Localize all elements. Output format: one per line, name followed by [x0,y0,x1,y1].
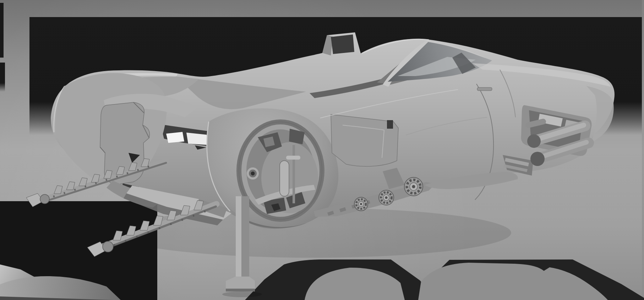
shape-layer [0,0,644,300]
cannon-upper-collar [40,194,49,204]
cannon-lower-collar [103,241,113,252]
turbine-rod [293,145,295,203]
support-fin-side [241,196,249,282]
wall-corner-strip [642,0,644,300]
headlight-slit-left [166,132,184,143]
support-fin-shadow [222,291,262,297]
wheel-3-core [360,203,362,205]
turbine-pin [286,156,300,160]
wheel-1-core [412,185,415,188]
body-slit-vent [387,120,393,129]
door-handle [477,87,492,91]
support-fin-front [236,196,241,281]
render-viewport: Grayscale 3D concept render of a futuris… [0,0,644,300]
backdrop-strip-top-left [0,3,4,58]
exhaust-elbow-1 [527,134,541,148]
render-canvas [0,0,644,300]
scoop-opening [331,34,354,54]
backdrop-strip-left [0,63,5,92]
exhaust-elbow-2 [530,152,545,166]
turbine-capsule-slot [280,161,289,196]
wheel-2-core [385,197,388,199]
support-fin-foot-edge [226,289,255,291]
hub-port-core [251,172,255,176]
exhaust-stub [528,122,543,125]
